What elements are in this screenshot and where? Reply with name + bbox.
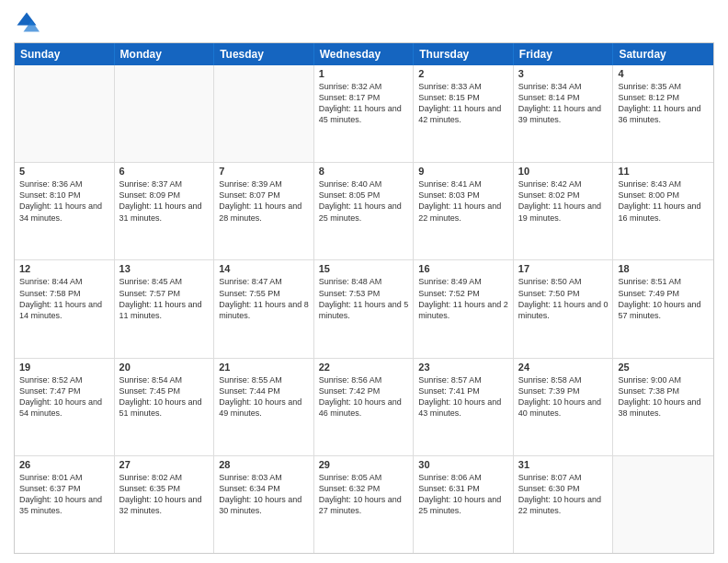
day-content: Sunrise: 8:02 AM Sunset: 6:35 PM Dayligh… (119, 472, 210, 517)
day-content: Sunrise: 8:05 AM Sunset: 6:32 PM Dayligh… (319, 472, 409, 517)
calendar-cell-15: 15Sunrise: 8:48 AM Sunset: 7:53 PM Dayli… (314, 260, 415, 357)
calendar-cell-9: 9Sunrise: 8:41 AM Sunset: 8:03 PM Daylig… (414, 163, 514, 259)
day-content: Sunrise: 8:57 AM Sunset: 7:41 PM Dayligh… (418, 374, 508, 419)
day-content: Sunrise: 8:55 AM Sunset: 7:44 PM Dayligh… (219, 374, 309, 419)
calendar-cell-20: 20Sunrise: 8:54 AM Sunset: 7:45 PM Dayli… (115, 359, 215, 455)
day-content: Sunrise: 8:45 AM Sunset: 7:57 PM Dayligh… (119, 276, 210, 321)
day-number: 16 (418, 263, 508, 274)
calendar-row-3: 12Sunrise: 8:44 AM Sunset: 7:58 PM Dayli… (15, 260, 713, 358)
calendar-cell-8: 8Sunrise: 8:40 AM Sunset: 8:05 PM Daylig… (314, 163, 415, 259)
page: SundayMondayTuesdayWednesdayThursdayFrid… (0, 0, 728, 563)
day-content: Sunrise: 8:43 AM Sunset: 8:00 PM Dayligh… (618, 178, 709, 224)
calendar-cell-11: 11Sunrise: 8:43 AM Sunset: 8:00 PM Dayli… (613, 163, 713, 259)
day-content: Sunrise: 8:42 AM Sunset: 8:02 PM Dayligh… (518, 178, 609, 224)
day-content: Sunrise: 8:32 AM Sunset: 8:17 PM Dayligh… (319, 81, 409, 126)
day-number: 3 (518, 68, 609, 79)
day-content: Sunrise: 8:39 AM Sunset: 8:07 PM Dayligh… (219, 178, 309, 224)
day-content: Sunrise: 8:36 AM Sunset: 8:10 PM Dayligh… (19, 178, 109, 224)
day-number: 19 (19, 362, 109, 373)
day-number: 17 (518, 263, 609, 274)
calendar-cell-24: 24Sunrise: 8:58 AM Sunset: 7:39 PM Dayli… (514, 359, 614, 455)
day-content: Sunrise: 8:41 AM Sunset: 8:03 PM Dayligh… (418, 178, 508, 224)
day-content: Sunrise: 8:06 AM Sunset: 6:31 PM Dayligh… (418, 472, 508, 517)
header-day-friday: Friday (514, 43, 614, 65)
logo (14, 9, 43, 35)
day-number: 2 (418, 68, 508, 79)
calendar-cell-10: 10Sunrise: 8:42 AM Sunset: 8:02 PM Dayli… (514, 163, 614, 259)
header-day-saturday: Saturday (613, 43, 713, 65)
day-number: 1 (319, 68, 409, 79)
day-number: 22 (319, 362, 409, 373)
logo-icon (14, 9, 40, 35)
day-number: 31 (518, 459, 609, 470)
day-content: Sunrise: 8:58 AM Sunset: 7:39 PM Dayligh… (518, 374, 609, 419)
day-number: 27 (119, 459, 210, 470)
day-content: Sunrise: 8:03 AM Sunset: 6:34 PM Dayligh… (219, 472, 309, 517)
day-number: 23 (418, 362, 508, 373)
calendar-cell-2: 2Sunrise: 8:33 AM Sunset: 8:15 PM Daylig… (414, 65, 514, 162)
calendar-cell-25: 25Sunrise: 9:00 AM Sunset: 7:38 PM Dayli… (613, 359, 713, 455)
day-number: 13 (119, 263, 210, 274)
calendar-cell-29: 29Sunrise: 8:05 AM Sunset: 6:32 PM Dayli… (314, 456, 415, 553)
day-content: Sunrise: 8:51 AM Sunset: 7:49 PM Dayligh… (618, 276, 709, 321)
day-content: Sunrise: 9:00 AM Sunset: 7:38 PM Dayligh… (618, 374, 709, 419)
calendar-cell-13: 13Sunrise: 8:45 AM Sunset: 7:57 PM Dayli… (115, 260, 215, 357)
calendar-cell-3: 3Sunrise: 8:34 AM Sunset: 8:14 PM Daylig… (514, 65, 614, 162)
day-content: Sunrise: 8:47 AM Sunset: 7:55 PM Dayligh… (219, 276, 309, 321)
day-number: 6 (119, 166, 210, 177)
calendar-body: 1Sunrise: 8:32 AM Sunset: 8:17 PM Daylig… (15, 65, 713, 553)
day-number: 5 (19, 166, 109, 177)
day-content: Sunrise: 8:33 AM Sunset: 8:15 PM Dayligh… (418, 81, 508, 126)
day-number: 14 (219, 263, 309, 274)
calendar-cell-empty (15, 65, 115, 162)
header-day-wednesday: Wednesday (314, 43, 415, 65)
calendar-cell-31: 31Sunrise: 8:07 AM Sunset: 6:30 PM Dayli… (514, 456, 614, 553)
day-number: 4 (618, 68, 709, 79)
calendar-cell-14: 14Sunrise: 8:47 AM Sunset: 7:55 PM Dayli… (214, 260, 314, 357)
day-number: 20 (119, 362, 210, 373)
day-content: Sunrise: 8:07 AM Sunset: 6:30 PM Dayligh… (518, 472, 609, 517)
calendar-row-1: 1Sunrise: 8:32 AM Sunset: 8:17 PM Daylig… (15, 65, 713, 163)
calendar-row-4: 19Sunrise: 8:52 AM Sunset: 7:47 PM Dayli… (15, 359, 713, 456)
day-content: Sunrise: 8:40 AM Sunset: 8:05 PM Dayligh… (319, 178, 409, 224)
day-number: 10 (518, 166, 609, 177)
day-number: 25 (618, 362, 709, 373)
calendar: SundayMondayTuesdayWednesdayThursdayFrid… (14, 42, 714, 554)
calendar-cell-1: 1Sunrise: 8:32 AM Sunset: 8:17 PM Daylig… (314, 65, 415, 162)
calendar-cell-empty (214, 65, 314, 162)
header (14, 9, 714, 35)
calendar-cell-18: 18Sunrise: 8:51 AM Sunset: 7:49 PM Dayli… (613, 260, 713, 357)
calendar-cell-21: 21Sunrise: 8:55 AM Sunset: 7:44 PM Dayli… (214, 359, 314, 455)
calendar-cell-27: 27Sunrise: 8:02 AM Sunset: 6:35 PM Dayli… (115, 456, 215, 553)
day-number: 9 (418, 166, 508, 177)
calendar-cell-30: 30Sunrise: 8:06 AM Sunset: 6:31 PM Dayli… (414, 456, 514, 553)
calendar-cell-28: 28Sunrise: 8:03 AM Sunset: 6:34 PM Dayli… (214, 456, 314, 553)
day-number: 12 (19, 263, 109, 274)
calendar-cell-empty (115, 65, 215, 162)
day-content: Sunrise: 8:56 AM Sunset: 7:42 PM Dayligh… (319, 374, 409, 419)
day-content: Sunrise: 8:52 AM Sunset: 7:47 PM Dayligh… (19, 374, 109, 419)
calendar-cell-12: 12Sunrise: 8:44 AM Sunset: 7:58 PM Dayli… (15, 260, 115, 357)
day-number: 11 (618, 166, 709, 177)
header-day-monday: Monday (115, 43, 215, 65)
calendar-cell-4: 4Sunrise: 8:35 AM Sunset: 8:12 PM Daylig… (613, 65, 713, 162)
day-number: 29 (319, 459, 409, 470)
day-content: Sunrise: 8:49 AM Sunset: 7:52 PM Dayligh… (418, 276, 508, 321)
header-day-sunday: Sunday (15, 43, 115, 65)
calendar-cell-5: 5Sunrise: 8:36 AM Sunset: 8:10 PM Daylig… (15, 163, 115, 259)
day-content: Sunrise: 8:34 AM Sunset: 8:14 PM Dayligh… (518, 81, 609, 126)
calendar-header: SundayMondayTuesdayWednesdayThursdayFrid… (15, 43, 713, 65)
calendar-cell-22: 22Sunrise: 8:56 AM Sunset: 7:42 PM Dayli… (314, 359, 415, 455)
day-content: Sunrise: 8:48 AM Sunset: 7:53 PM Dayligh… (319, 276, 409, 321)
day-number: 26 (19, 459, 109, 470)
day-content: Sunrise: 8:35 AM Sunset: 8:12 PM Dayligh… (618, 81, 709, 126)
day-content: Sunrise: 8:54 AM Sunset: 7:45 PM Dayligh… (119, 374, 210, 419)
day-content: Sunrise: 8:01 AM Sunset: 6:37 PM Dayligh… (19, 472, 109, 517)
calendar-cell-6: 6Sunrise: 8:37 AM Sunset: 8:09 PM Daylig… (115, 163, 215, 259)
day-content: Sunrise: 8:50 AM Sunset: 7:50 PM Dayligh… (518, 276, 609, 321)
calendar-cell-16: 16Sunrise: 8:49 AM Sunset: 7:52 PM Dayli… (414, 260, 514, 357)
day-number: 18 (618, 263, 709, 274)
day-number: 30 (418, 459, 508, 470)
calendar-cell-26: 26Sunrise: 8:01 AM Sunset: 6:37 PM Dayli… (15, 456, 115, 553)
day-content: Sunrise: 8:44 AM Sunset: 7:58 PM Dayligh… (19, 276, 109, 321)
